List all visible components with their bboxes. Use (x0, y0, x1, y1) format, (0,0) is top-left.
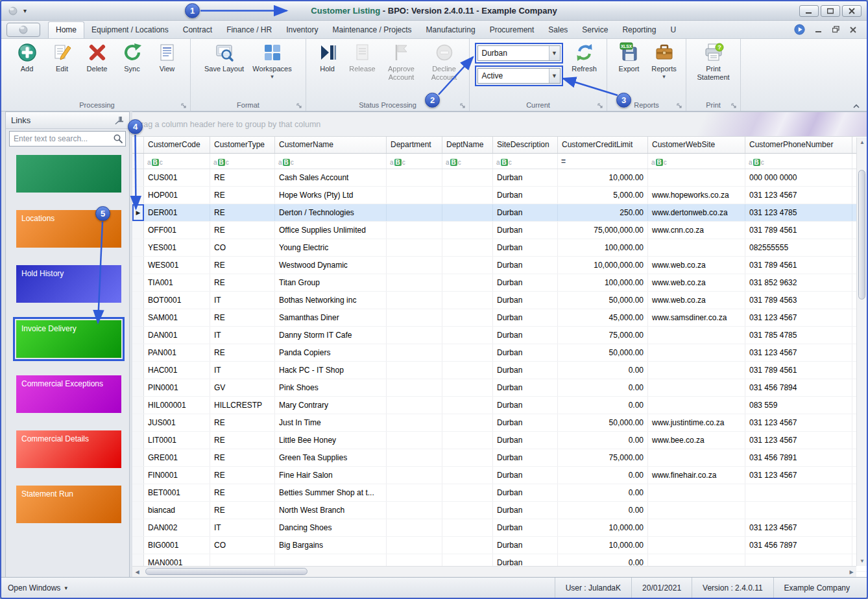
pin-icon[interactable] (114, 115, 124, 125)
cell-customercode[interactable]: PAN001 (144, 344, 210, 361)
cell-department[interactable] (387, 292, 442, 309)
cell-customercreditlimit[interactable]: 10,000.00 (558, 519, 648, 536)
table-row-hac001[interactable]: HAC001ITHack PC - IT ShopDurban0.00031 7… (132, 362, 867, 379)
dialog-launcher-icon[interactable] (730, 102, 737, 109)
cell-customerphonenumber[interactable]: 083 559 (745, 397, 852, 414)
cell-sitedescription[interactable]: Durban (493, 484, 558, 501)
search-input[interactable] (9, 131, 126, 147)
scroll-down-icon[interactable]: ▼ (857, 556, 867, 566)
cell-customercode[interactable]: PIN0001 (144, 379, 210, 396)
cell-customercode[interactable]: JUS001 (144, 414, 210, 431)
quick-access-caret-icon[interactable]: ▾ (23, 7, 27, 14)
cell-deptname[interactable] (442, 292, 493, 309)
cell-customercreditlimit[interactable]: 0.00 (558, 484, 648, 501)
cell-customertype[interactable]: RE (210, 169, 275, 186)
cell-deptname[interactable] (442, 239, 493, 256)
row-selector[interactable] (132, 502, 144, 519)
cell-customerwebsite[interactable] (648, 449, 745, 466)
current-site-select[interactable]: Durban▼ (477, 45, 561, 61)
cell-customerwebsite[interactable]: www.dertonweb.co.za (648, 204, 745, 221)
cell-customername[interactable]: Little Bee Honey (275, 432, 387, 449)
cell-customertype[interactable]: GV (210, 379, 275, 396)
cell-customertype[interactable]: IT (210, 327, 275, 344)
cell-department[interactable] (387, 467, 442, 484)
cell-customertype[interactable]: IT (210, 292, 275, 309)
dialog-launcher-icon[interactable] (597, 102, 603, 109)
sidebar-tile-invoice-delivery[interactable]: Invoice Delivery (16, 320, 121, 358)
table-row-wes001[interactable]: WES001REWestwood DynamicDurban10,000,000… (132, 257, 867, 274)
cell-customertype[interactable]: CO (210, 239, 275, 256)
cell-customertype[interactable]: RE (210, 432, 275, 449)
cell-deptname[interactable] (442, 187, 493, 204)
child-minimize-icon[interactable] (815, 27, 822, 33)
table-row-fin0001[interactable]: FIN0001REFine Hair SalonDurban0.00www.fi… (132, 467, 867, 484)
table-row-dan002[interactable]: DAN002ITDancing ShoesDurban10,000.00031 … (132, 519, 867, 537)
cell-customername[interactable]: Young Electric (275, 239, 387, 256)
cell-customertype[interactable]: RE (210, 309, 275, 326)
print-statement-button[interactable]: ?Print Statement (690, 40, 738, 83)
cell-sitedescription[interactable]: Durban (493, 397, 558, 414)
filter-cell-customerphonenumber[interactable]: aBc (745, 154, 852, 169)
cell-customerwebsite[interactable] (648, 537, 745, 554)
cell-deptname[interactable] (442, 169, 493, 186)
cell-deptname[interactable] (442, 414, 493, 431)
cell-customercreditlimit[interactable]: 0.00 (558, 467, 648, 484)
search-icon[interactable] (113, 134, 123, 144)
column-header-customername[interactable]: CustomerName (275, 137, 387, 153)
cell-sitedescription[interactable]: Durban (493, 309, 558, 326)
cell-department[interactable] (387, 537, 442, 554)
cell-department[interactable] (387, 502, 442, 519)
cell-department[interactable] (387, 362, 442, 379)
cell-deptname[interactable] (442, 519, 493, 536)
cell-customertype[interactable]: RE (210, 204, 275, 221)
row-selector[interactable] (132, 169, 144, 186)
help-video-icon[interactable] (794, 24, 805, 35)
cell-customercode[interactable]: TIA001 (144, 274, 210, 291)
cell-customerphonenumber[interactable]: 031 123 4567 (745, 432, 852, 449)
cell-customername[interactable]: North West Branch (275, 502, 387, 519)
tab-procurement[interactable]: Procurement (483, 22, 542, 38)
cell-customerphonenumber[interactable]: 031 789 4561 (745, 222, 852, 239)
cell-customertype[interactable]: IT (210, 519, 275, 536)
group-by-bar[interactable]: Drag a column header here to group by th… (132, 112, 867, 137)
cell-customerphonenumber[interactable]: 031 123 4785 (745, 204, 852, 221)
cell-customerphonenumber[interactable] (745, 484, 852, 501)
row-selector[interactable] (132, 379, 144, 396)
cell-customercode[interactable]: BOT0001 (144, 292, 210, 309)
cell-customerwebsite[interactable]: www.cnn.co.za (648, 222, 745, 239)
table-row-big0001[interactable]: BIG0001COBig BargainsDurban10,000.00031 … (132, 537, 867, 554)
table-row-yes001[interactable]: YES001COYoung ElectricDurban100,000.0008… (132, 239, 867, 257)
current-status-select[interactable]: Active▼ (477, 68, 561, 84)
cell-customerphonenumber[interactable]: 031 123 4567 (745, 187, 852, 204)
cell-customercode[interactable]: CUS001 (144, 169, 210, 186)
scroll-left-icon[interactable]: ◀ (132, 567, 142, 578)
column-header-customerphonenumber[interactable]: CustomerPhoneNumber (745, 137, 852, 153)
cell-department[interactable] (387, 187, 442, 204)
filter-cell-customercreditlimit[interactable]: = (558, 154, 648, 169)
row-selector[interactable] (132, 519, 144, 536)
cell-customerwebsite[interactable] (648, 519, 745, 536)
cell-sitedescription[interactable]: Durban (493, 502, 558, 519)
cell-customercreditlimit[interactable]: 100,000.00 (558, 239, 648, 256)
cell-customername[interactable]: Hack PC - IT Shop (275, 362, 387, 379)
row-selector[interactable] (132, 327, 144, 344)
tab-maintenance-projects[interactable]: Maintenance / Projects (326, 22, 419, 38)
cell-sitedescription[interactable]: Durban (493, 204, 558, 221)
cell-customercode[interactable]: BET0001 (144, 484, 210, 501)
horizontal-scrollbar[interactable]: ◀ ▶ (132, 566, 856, 577)
cell-customername[interactable]: Fine Hair Salon (275, 467, 387, 484)
chevron-down-icon[interactable]: ▼ (549, 69, 560, 83)
cell-customerwebsite[interactable] (648, 379, 745, 396)
cell-customername[interactable]: Titan Group (275, 274, 387, 291)
tab-home[interactable]: Home (48, 21, 84, 38)
cell-customertype[interactable]: IT (210, 362, 275, 379)
cell-department[interactable] (387, 239, 442, 256)
close-button[interactable] (842, 5, 862, 17)
sidebar-tile-commercial-details[interactable]: Commercial Details (16, 430, 121, 468)
cell-customercode[interactable]: LIT0001 (144, 432, 210, 449)
cell-customercreditlimit[interactable]: 0.00 (558, 379, 648, 396)
cell-customername[interactable]: Pink Shoes (275, 379, 387, 396)
cell-department[interactable] (387, 274, 442, 291)
cell-department[interactable] (387, 414, 442, 431)
row-selector[interactable] (132, 187, 144, 204)
